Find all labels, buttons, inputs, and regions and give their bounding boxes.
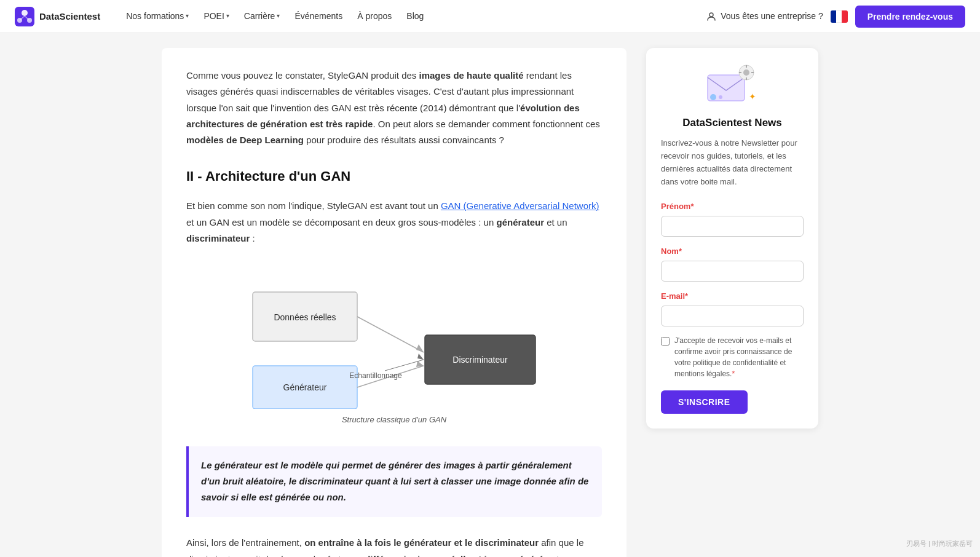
chevron-down-icon: ▾ <box>226 11 229 21</box>
enterprise-icon <box>706 10 717 22</box>
svg-text:Générateur: Générateur <box>283 382 327 392</box>
cta-button[interactable]: Prendre rendez-vous <box>855 6 965 28</box>
nav-links: Nos formations ▾ POEI ▾ Carrière ▾ Événe… <box>120 6 706 26</box>
nav-blog[interactable]: Blog <box>400 6 430 26</box>
nav-evenements[interactable]: Événements <box>288 6 349 26</box>
gan-link[interactable]: GAN (Generative Adversarial Network) <box>441 200 599 211</box>
svg-rect-0 <box>15 7 34 26</box>
logo-text: DataScientest <box>39 9 100 24</box>
section-title: II - Architecture d'un GAN <box>186 165 602 187</box>
diagram-caption: Structure classique d'un GAN <box>342 414 446 427</box>
consent-checkbox[interactable] <box>661 337 670 346</box>
newsletter-desc: Inscrivez-vous à notre Newsletter pour r… <box>661 137 804 188</box>
svg-text:Echantillonnage: Echantillonnage <box>349 371 402 380</box>
svg-marker-14 <box>416 344 424 352</box>
logo-link[interactable]: DataScientest <box>15 7 100 26</box>
subscribe-button[interactable]: S'INSCRIRE <box>661 390 748 414</box>
highlight-block: Le générateur est le modèle qui permet d… <box>186 446 602 517</box>
prenom-label: Prénom* <box>661 200 804 213</box>
nom-label: Nom* <box>661 245 804 258</box>
language-flag[interactable] <box>831 10 848 23</box>
svg-marker-19 <box>417 354 424 360</box>
svg-point-29 <box>719 95 722 99</box>
chevron-down-icon: ▾ <box>277 11 280 21</box>
nav-a-propos[interactable]: À propos <box>351 6 398 26</box>
svg-point-28 <box>710 94 716 100</box>
newsletter-card: ✦ DataScientest News Inscrivez-vous à no… <box>646 48 818 429</box>
svg-point-1 <box>22 10 28 16</box>
page-wrap: Comme vous pouvez le constater, StyleGAN… <box>152 33 828 557</box>
newsletter-title: DataScientest News <box>661 114 804 131</box>
main-content: Comme vous pouvez le constater, StyleGAN… <box>162 48 626 557</box>
prenom-required: * <box>690 202 694 211</box>
nav-nos-formations[interactable]: Nos formations ▾ <box>120 6 195 26</box>
consent-row: J'accepte de recevoir vos e-mails et con… <box>661 335 804 379</box>
newsletter-icon: ✦ <box>705 63 760 106</box>
svg-line-13 <box>357 317 424 352</box>
prenom-input[interactable] <box>661 216 804 237</box>
nav-carriere[interactable]: Carrière ▾ <box>238 6 286 26</box>
email-input[interactable] <box>661 306 804 326</box>
logo-icon <box>15 7 34 26</box>
svg-text:Données réelles: Données réelles <box>274 312 336 322</box>
enterprise-link[interactable]: Vous êtes une entreprise ? <box>706 9 823 23</box>
gan-diagram-container: Données réelles Générateur Discriminateu… <box>186 261 602 441</box>
nom-required: * <box>679 247 682 256</box>
email-required: * <box>685 291 688 301</box>
nom-input[interactable] <box>661 261 804 282</box>
newsletter-icon-area: ✦ <box>661 63 804 106</box>
sidebar: ✦ DataScientest News Inscrivez-vous à no… <box>646 48 818 557</box>
intro-paragraph: Comme vous pouvez le constater, StyleGAN… <box>186 68 602 148</box>
svg-point-22 <box>743 69 749 76</box>
chevron-down-icon: ▾ <box>186 11 189 21</box>
section-intro: Et bien comme son nom l'indique, StyleGA… <box>186 198 602 247</box>
nav-right: Vous êtes une entreprise ? Prendre rende… <box>706 6 965 28</box>
gan-diagram: Données réelles Générateur Discriminateu… <box>234 261 554 409</box>
watermark: 刃易号 | 时尚玩家岳可 <box>906 539 973 550</box>
svg-text:Discriminateur: Discriminateur <box>452 355 508 365</box>
nav-poei[interactable]: POEI ▾ <box>197 6 235 26</box>
svg-point-6 <box>709 13 713 17</box>
svg-text:✦: ✦ <box>749 92 756 101</box>
email-label: E-mail* <box>661 290 804 303</box>
navbar: DataScientest Nos formations ▾ POEI ▾ Ca… <box>0 0 980 33</box>
consent-label: J'accepte de recevoir vos e-mails et con… <box>674 335 804 379</box>
body-text: Ainsi, lors de l'entrainement, on entraî… <box>186 534 602 557</box>
